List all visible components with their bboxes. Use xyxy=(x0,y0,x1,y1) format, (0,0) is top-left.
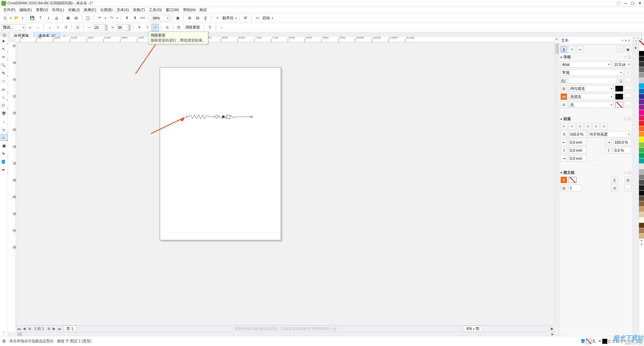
palette-swatch[interactable] xyxy=(639,175,644,180)
launch-dropdown[interactable]: ▾ xyxy=(271,16,274,20)
crop-tool[interactable]: ✂▾ xyxy=(1,54,7,60)
copy-distort-button[interactable]: ⧉ xyxy=(175,24,182,31)
menu-file[interactable]: 文件(F) xyxy=(1,7,17,12)
palette-up-button[interactable]: ▴ xyxy=(639,37,644,40)
hscroll-right[interactable]: ▶ xyxy=(551,332,554,336)
polygon-tool[interactable]: ⬠▾ xyxy=(1,102,7,109)
bg-fill-combo[interactable]: 无填充 xyxy=(569,93,614,100)
settings-button[interactable]: ⚙ xyxy=(242,14,249,22)
frame-valign-button[interactable]: A̲ xyxy=(611,177,618,183)
page-add-before-button[interactable]: ⊕ xyxy=(27,327,32,331)
underline-more-button[interactable]: … xyxy=(625,77,631,84)
sec-more-icon[interactable]: ☐ xyxy=(628,117,631,121)
docker-tab-2[interactable]: ◐ xyxy=(633,45,639,50)
docker-close-icon[interactable]: ✕ xyxy=(628,39,631,42)
distorted-line-object[interactable] xyxy=(186,113,253,120)
cloud-down-button[interactable]: ⤓ xyxy=(45,14,52,22)
guides-button[interactable]: ╬ xyxy=(202,14,209,22)
snap-dropdown[interactable]: ▾ xyxy=(234,16,237,20)
add-node-button[interactable]: ⊕ xyxy=(163,24,171,31)
undo-button[interactable]: ↶ xyxy=(96,14,103,22)
artistic-tool[interactable]: 〰▾ xyxy=(1,78,7,85)
palette-down-button[interactable]: ▾ xyxy=(639,239,644,242)
print-button[interactable]: 🖨 xyxy=(53,14,60,22)
line-spacing-input[interactable] xyxy=(569,131,587,138)
menu-table[interactable]: 表格(T) xyxy=(131,7,147,12)
sec-more-icon[interactable]: ☐ xyxy=(628,170,631,175)
char-fill-swatch[interactable] xyxy=(615,86,623,92)
docker-opt2-button[interactable]: ▣ xyxy=(625,46,631,53)
char-fill-combo[interactable]: 均匀填充 xyxy=(569,85,614,92)
page-first-button[interactable]: ⏮ xyxy=(16,327,21,331)
font-style-ext-button[interactable]: Ạ xyxy=(625,69,631,76)
frame-fill-swatch[interactable] xyxy=(569,177,577,183)
end-node[interactable] xyxy=(251,116,252,117)
distort-twister-button[interactable]: ↺ xyxy=(62,24,69,31)
para-mode-button[interactable]: ≡ xyxy=(569,46,575,53)
fill-indicator[interactable]: 🪣无 xyxy=(581,339,596,344)
docker-menu-icon[interactable]: ▾ xyxy=(625,39,627,42)
page-last-button[interactable]: ⏭ xyxy=(57,327,62,331)
menu-edit[interactable]: 编辑(E) xyxy=(17,7,34,12)
vertical-ruler[interactable]: 050100150200250300350400450500550600 xyxy=(8,42,16,332)
nav-scroll-right[interactable]: ▶ xyxy=(549,327,555,331)
preset-add-button[interactable]: + xyxy=(26,24,34,31)
palette-swatch[interactable] xyxy=(639,56,644,62)
zoom-combo[interactable]: 58% xyxy=(151,15,170,21)
palette-swatch[interactable] xyxy=(639,89,644,94)
char-mode-button[interactable]: A xyxy=(560,46,567,53)
preset-delete-button[interactable]: − xyxy=(34,24,42,31)
clipboard-1-button[interactable]: ▦ xyxy=(64,14,72,22)
page-add-after-button[interactable]: ⊕ xyxy=(46,327,51,331)
save-button[interactable]: 💾 xyxy=(29,14,36,22)
palette-none-swatch[interactable] xyxy=(639,40,644,46)
maximize-button[interactable]: ▢ xyxy=(630,1,636,5)
square-handle[interactable] xyxy=(227,115,230,118)
page-next-button[interactable]: ▶ xyxy=(51,327,57,331)
palette-swatch[interactable] xyxy=(639,169,644,175)
sec-more-icon[interactable]: ☐ xyxy=(628,55,631,59)
palette-swatch[interactable] xyxy=(639,83,644,89)
spin-up[interactable]: ▴ xyxy=(128,24,131,28)
palette-swatch[interactable] xyxy=(639,99,644,105)
align-none-button[interactable]: ≡ xyxy=(560,123,567,130)
ellipse-tool[interactable]: ○▾ xyxy=(1,94,7,101)
undo-dropdown[interactable]: ▾ xyxy=(104,16,107,20)
fill-tool[interactable]: 🪣▾ xyxy=(1,158,7,165)
snap-toggle-button[interactable]: ⌖ xyxy=(214,14,221,22)
vscroll-thumb[interactable] xyxy=(555,44,559,54)
palette-swatch[interactable] xyxy=(639,201,644,207)
frequency-spinner[interactable]: ▴▾ xyxy=(117,24,131,31)
import-button[interactable]: ⬇ xyxy=(123,14,130,22)
launch-label[interactable]: 启动 xyxy=(262,15,270,20)
eyedropper-tool[interactable]: ✎▾ xyxy=(1,150,7,157)
menu-tools[interactable]: 工具(O) xyxy=(147,7,164,12)
frame-more-button[interactable]: … xyxy=(625,185,631,191)
frame-flow-button[interactable]: ⊟ xyxy=(611,185,618,191)
palette-swatch[interactable] xyxy=(639,185,644,191)
launch-icon[interactable]: ▭ xyxy=(254,14,261,22)
menu-view[interactable]: 查看(V) xyxy=(34,7,50,12)
palette-swatch[interactable] xyxy=(639,115,644,121)
add-toolbar-button[interactable]: + xyxy=(218,24,225,31)
palette-swatch[interactable] xyxy=(639,105,644,110)
palette-swatch[interactable] xyxy=(639,196,644,201)
diamond-handle[interactable] xyxy=(214,115,219,118)
text-tool[interactable]: 字 xyxy=(1,110,7,117)
new-dropdown[interactable]: ▾ xyxy=(9,16,12,20)
menu-effect[interactable]: 效果(C) xyxy=(82,7,98,12)
palette-swatch[interactable] xyxy=(639,191,644,196)
palette-swatch[interactable] xyxy=(639,132,644,137)
menu-bitmap[interactable]: 位图(B) xyxy=(98,7,115,12)
sec-opt-icon[interactable]: ○ xyxy=(624,170,627,175)
horizontal-ruler[interactable]: 0501001502002503003504004505005506006507… xyxy=(16,37,555,42)
outline-color-swatch[interactable] xyxy=(615,102,623,108)
palette-swatch[interactable] xyxy=(639,94,644,99)
menu-help[interactable]: 帮助(H) xyxy=(181,7,198,12)
spin-down[interactable]: ▾ xyxy=(105,28,108,31)
export-button[interactable]: ⬆ xyxy=(131,14,139,22)
page-tab[interactable]: 页 1 xyxy=(63,326,76,332)
para-expand-button[interactable]: ⋯ xyxy=(560,163,631,168)
align-left-button[interactable]: ≡ xyxy=(569,123,575,130)
palette-swatch[interactable] xyxy=(639,67,644,72)
